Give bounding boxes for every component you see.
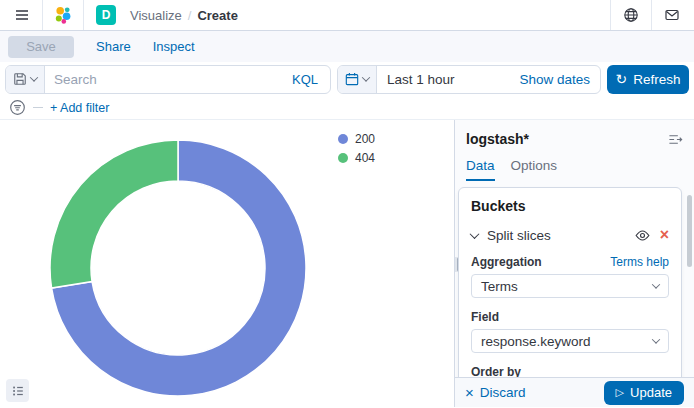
eye-icon[interactable] (635, 228, 650, 243)
panel-scrollbar[interactable] (687, 195, 692, 267)
legend-item-404[interactable]: 404 (338, 151, 375, 165)
add-filter-button[interactable]: + Add filter (50, 101, 109, 115)
chevron-down-icon (30, 73, 38, 81)
quick-select-menu[interactable] (338, 66, 377, 93)
visualize-toolbar: Save Share Inspect (0, 31, 694, 62)
kibana-visualize-app: D Visualize / Create Save Share Inspect (0, 0, 694, 408)
chevron-down-icon (652, 335, 660, 343)
field-group: Field response.keyword (471, 310, 669, 353)
elastic-logo-icon[interactable] (51, 3, 75, 27)
legend-dot-404 (338, 153, 348, 163)
legend-toggle-button[interactable] (6, 379, 29, 402)
search-input[interactable] (45, 66, 280, 93)
save-query-icon (13, 72, 27, 86)
filter-icon[interactable] (8, 99, 26, 117)
terms-help-link[interactable]: Terms help (610, 255, 669, 269)
breadcrumb-create: Create (197, 8, 237, 23)
vis-editor-panel: logstash* Data Options Buckets Split sli… (454, 120, 694, 407)
donut-chart[interactable] (48, 138, 308, 398)
legend-label-404: 404 (355, 151, 375, 165)
time-range-value[interactable]: Last 1 hour (377, 66, 509, 93)
panel-resize-handle[interactable] (454, 257, 458, 272)
breadcrumb: Visualize / Create (130, 8, 238, 23)
menu-icon[interactable] (10, 3, 34, 27)
donut-slice-404[interactable] (50, 140, 178, 288)
chevron-down-icon (652, 280, 660, 288)
discard-label: Discard (480, 385, 526, 400)
aggregation-select[interactable]: Terms (471, 274, 669, 298)
inspect-button[interactable]: Inspect (153, 39, 195, 54)
navbar-divider (610, 0, 611, 30)
date-picker-group: Last 1 hour Show dates (337, 65, 601, 94)
query-bar: KQL Last 1 hour Show dates ↻ Refresh (0, 62, 694, 96)
aggregation-value: Terms (481, 279, 518, 294)
save-button[interactable]: Save (8, 36, 74, 58)
play-icon: ▷ (616, 387, 624, 398)
split-slices-accordion[interactable]: Split slices × (471, 227, 669, 243)
bucket-actions: × (635, 227, 669, 243)
field-label: Field (471, 310, 499, 324)
tab-options[interactable]: Options (511, 158, 558, 181)
share-button[interactable]: Share (96, 39, 131, 54)
saved-query-menu[interactable] (6, 66, 45, 93)
globe-icon[interactable] (619, 3, 643, 27)
collapse-panel-icon[interactable] (666, 130, 684, 148)
panel-footer: × Discard ▷ Update (455, 377, 694, 407)
legend-dot-200 (338, 134, 348, 144)
list-icon (11, 384, 25, 398)
field-select[interactable]: response.keyword (471, 329, 669, 353)
top-navbar: D Visualize / Create (0, 0, 694, 31)
mail-icon[interactable] (660, 3, 684, 27)
navbar-divider (651, 0, 652, 30)
filter-bar-divider (33, 107, 43, 108)
chevron-down-icon (470, 229, 480, 239)
navbar-divider (83, 0, 84, 30)
panel-header: logstash* (455, 120, 694, 148)
field-value: response.keyword (481, 334, 591, 349)
navbar-divider (42, 0, 43, 30)
buckets-card: Buckets Split slices × Aggregation (458, 187, 682, 407)
update-button[interactable]: ▷ Update (604, 381, 684, 405)
discard-button[interactable]: × Discard (465, 385, 526, 400)
split-slices-label: Split slices (487, 228, 626, 243)
aggregation-label: Aggregation (471, 255, 542, 269)
refresh-icon: ↻ (615, 72, 627, 86)
breadcrumb-visualize[interactable]: Visualize (130, 8, 182, 23)
show-dates-button[interactable]: Show dates (509, 66, 600, 93)
visualization-area: 200 404 (0, 120, 454, 407)
refresh-button[interactable]: ↻ Refresh (607, 65, 689, 94)
index-pattern-title: logstash* (466, 131, 529, 147)
space-badge[interactable]: D (96, 5, 116, 25)
chevron-down-icon (362, 73, 370, 81)
filter-bar: + Add filter (0, 96, 694, 120)
refresh-label: Refresh (633, 72, 680, 87)
search-input-group: KQL (5, 65, 331, 94)
calendar-icon (345, 72, 359, 86)
tab-data[interactable]: Data (466, 158, 495, 181)
main-content: 200 404 (0, 120, 694, 407)
legend-item-200[interactable]: 200 (338, 132, 375, 146)
buckets-title: Buckets (471, 198, 669, 214)
breadcrumb-separator: / (188, 8, 192, 23)
close-icon: × (465, 385, 474, 400)
aggregation-group: Aggregation Terms help Terms (471, 255, 669, 298)
chart-legend: 200 404 (338, 132, 375, 165)
remove-bucket-icon[interactable]: × (660, 227, 669, 243)
panel-tabs: Data Options (455, 148, 694, 181)
legend-label-200: 200 (355, 132, 375, 146)
update-label: Update (630, 385, 672, 400)
kql-toggle[interactable]: KQL (280, 66, 330, 93)
